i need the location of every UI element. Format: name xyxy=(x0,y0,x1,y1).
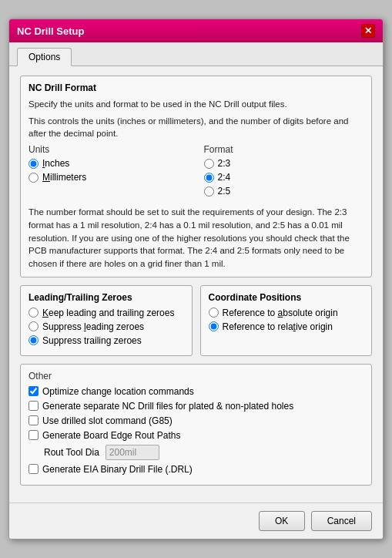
dialog-title: NC Drill Setup xyxy=(17,25,84,37)
nc-drill-format-section: NC Drill Format Specify the units and fo… xyxy=(20,76,372,277)
zeroes-coordinates-row: Leading/Trailing Zeroes Keep leading and… xyxy=(20,285,372,356)
mm-label[interactable]: Millimeters xyxy=(42,172,86,183)
board-edge-label[interactable]: Generate Board Edge Rout Paths xyxy=(42,430,180,441)
check-optimize: Optimize change location commands xyxy=(28,386,364,397)
radio-f25: 2:5 xyxy=(204,186,364,197)
slot-checkbox[interactable] xyxy=(28,415,39,425)
inches-label[interactable]: Inches xyxy=(42,158,69,169)
close-button[interactable]: ✕ xyxy=(361,24,375,38)
rout-tool-input[interactable] xyxy=(106,445,159,460)
f23-label[interactable]: 2:3 xyxy=(218,158,231,169)
units-column: Units Inches Millimeters xyxy=(28,144,189,200)
rout-tool-row: Rout Tool Dia xyxy=(44,445,364,460)
coordinate-positions-section: Coordinate Positions Reference to absolu… xyxy=(200,285,373,356)
dialog-content: NC Drill Format Specify the units and fo… xyxy=(9,66,383,503)
inches-radio[interactable] xyxy=(28,159,39,169)
nc-drill-format-title: NC Drill Format xyxy=(28,82,364,93)
relative-radio[interactable] xyxy=(209,321,219,331)
coordinate-positions-title: Coordinate Positions xyxy=(209,292,364,303)
units-label: Units xyxy=(28,144,189,155)
radio-mm: Millimeters xyxy=(28,172,189,183)
separate-label[interactable]: Generate separate NC Drill files for pla… xyxy=(42,401,293,412)
tab-bar: Options xyxy=(9,42,383,66)
radio-f24: 2:4 xyxy=(204,172,364,183)
keep-radio[interactable] xyxy=(28,308,39,318)
suppress-trail-label[interactable]: Suppress trailing zeroes xyxy=(42,335,142,346)
other-section: Other Optimize change location commands … xyxy=(20,364,372,486)
eia-label[interactable]: Generate EIA Binary Drill File (.DRL) xyxy=(42,464,193,475)
check-board-edge: Generate Board Edge Rout Paths xyxy=(28,430,364,441)
leading-trailing-title: Leading/Trailing Zeroes xyxy=(28,292,184,303)
f23-radio[interactable] xyxy=(204,159,214,169)
mm-radio[interactable] xyxy=(28,173,39,183)
f25-radio[interactable] xyxy=(204,187,214,197)
eia-checkbox[interactable] xyxy=(28,464,39,474)
suppress-trail-radio[interactable] xyxy=(28,335,39,345)
relative-label[interactable]: Reference to relative origin xyxy=(223,321,333,332)
format-label: Format xyxy=(204,144,364,155)
radio-suppress-trail: Suppress trailing zeroes xyxy=(28,335,184,346)
nc-drill-desc2: This controls the units (inches or milli… xyxy=(28,115,364,140)
check-slot: Use drilled slot command (G85) xyxy=(28,415,364,426)
optimize-checkbox[interactable] xyxy=(28,386,39,396)
absolute-radio[interactable] xyxy=(209,308,219,318)
slot-label[interactable]: Use drilled slot command (G85) xyxy=(42,415,173,426)
f24-label[interactable]: 2:4 xyxy=(218,172,231,183)
board-edge-checkbox[interactable] xyxy=(28,430,39,440)
check-eia: Generate EIA Binary Drill File (.DRL) xyxy=(28,464,364,475)
nc-drill-desc1: Specify the units and format to be used … xyxy=(28,98,364,110)
separate-checkbox[interactable] xyxy=(28,401,39,411)
radio-inches: Inches xyxy=(28,158,189,169)
cancel-button[interactable]: Cancel xyxy=(311,511,372,531)
radio-f23: 2:3 xyxy=(204,158,364,169)
radio-suppress-lead: Suppress leading zeroes xyxy=(28,321,184,332)
tab-options[interactable]: Options xyxy=(17,48,72,66)
f24-radio[interactable] xyxy=(204,173,214,183)
ok-button[interactable]: OK xyxy=(259,511,305,531)
radio-keep: Keep leading and trailing zeroes xyxy=(28,308,184,318)
suppress-lead-label[interactable]: Suppress leading zeroes xyxy=(42,321,144,332)
units-format-row: Units Inches Millimeters xyxy=(28,144,364,200)
dialog: NC Drill Setup ✕ Options NC Drill Format… xyxy=(8,18,384,540)
title-bar: NC Drill Setup ✕ xyxy=(9,19,383,42)
keep-label[interactable]: Keep leading and trailing zeroes xyxy=(42,308,174,318)
format-column: Format 2:3 2:4 2:5 xyxy=(204,144,364,200)
rout-tool-label: Rout Tool Dia xyxy=(44,447,99,458)
optimize-label[interactable]: Optimize change location commands xyxy=(42,386,194,397)
other-title: Other xyxy=(28,371,364,382)
absolute-label[interactable]: Reference to absolute origin xyxy=(223,308,338,318)
bottom-bar: OK Cancel xyxy=(9,503,383,539)
check-separate: Generate separate NC Drill files for pla… xyxy=(28,401,364,412)
leading-trailing-section: Leading/Trailing Zeroes Keep leading and… xyxy=(20,285,193,356)
radio-absolute: Reference to absolute origin xyxy=(209,308,364,318)
radio-relative: Reference to relative origin xyxy=(209,321,364,332)
format-note: The number format should be set to suit … xyxy=(28,206,364,270)
f25-label[interactable]: 2:5 xyxy=(218,186,231,197)
suppress-lead-radio[interactable] xyxy=(28,321,39,331)
